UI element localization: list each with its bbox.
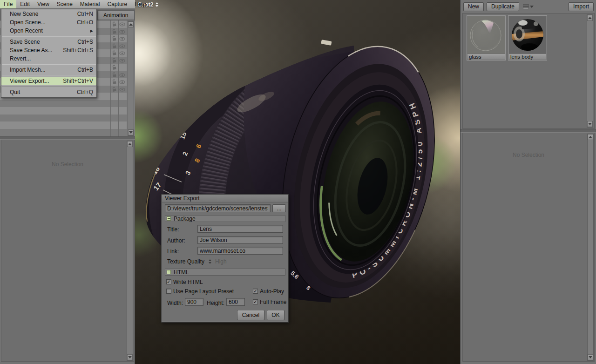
outliner-column-divider xyxy=(118,20,119,136)
eye-visibility-icon[interactable] xyxy=(119,58,125,64)
package-section-header[interactable]: − Package xyxy=(165,215,285,222)
eye-visibility-icon[interactable] xyxy=(119,72,125,79)
panel-splitter[interactable] xyxy=(0,136,135,140)
height-input[interactable] xyxy=(226,298,245,306)
menu-view[interactable]: View xyxy=(34,0,53,8)
menu-edit[interactable]: Edit xyxy=(16,0,34,8)
use-page-layout-label: Use Page Layout Preset xyxy=(173,288,234,295)
outliner-scrollbar[interactable] xyxy=(128,21,134,136)
eye-visibility-icon[interactable] xyxy=(119,87,125,93)
material-scrollbar[interactable] xyxy=(587,14,593,128)
collapse-icon[interactable]: − xyxy=(167,270,171,274)
eye-visibility-icon[interactable] xyxy=(119,79,125,86)
title-input[interactable] xyxy=(197,225,283,233)
eye-visibility-icon[interactable] xyxy=(119,21,125,28)
viewer-export-dialog: Viewer Export ... − Package Title: Autho… xyxy=(161,194,289,323)
scroll-down-button[interactable] xyxy=(128,129,134,135)
author-label: Author: xyxy=(167,237,185,244)
scrollbar-track[interactable] xyxy=(588,140,593,354)
tab-animation-label: Animation xyxy=(103,12,128,19)
texture-quality-value[interactable]: High xyxy=(215,258,227,265)
left-properties-scrollbar[interactable] xyxy=(127,141,133,361)
package-section-label: Package xyxy=(174,216,196,222)
arrow-up-icon xyxy=(588,17,592,19)
texture-quality-spinner[interactable] xyxy=(209,259,211,264)
menu-item-save-scene-as[interactable]: Save Scene As... Shift+Ctrl+S xyxy=(1,46,96,54)
title-label: Title: xyxy=(167,226,179,233)
outliner-empty-row xyxy=(0,100,127,108)
scrollbar-track[interactable] xyxy=(128,27,134,129)
menu-separator xyxy=(2,36,96,37)
write-html-checkbox[interactable]: ✓ xyxy=(166,279,171,284)
browse-button[interactable]: ... xyxy=(272,204,286,212)
html-section-header[interactable]: − HTML xyxy=(165,269,285,276)
scroll-down-button[interactable] xyxy=(588,354,593,360)
no-selection-text: No Selection xyxy=(1,161,134,168)
export-path-input[interactable] xyxy=(165,204,271,212)
autoplay-label: Auto-Play xyxy=(260,288,284,295)
material-card-lens-body[interactable]: lens body xyxy=(508,15,547,61)
menu-help[interactable]: Help xyxy=(131,0,150,8)
right-properties-scrollbar[interactable] xyxy=(587,134,594,361)
menu-item-import-mesh[interactable]: Import Mesh... Ctrl+B xyxy=(1,66,96,74)
menu-item-viewer-export[interactable]: Viewer Export... Shift+Ctrl+V xyxy=(1,77,96,85)
autoplay-checkbox[interactable]: ✓ xyxy=(253,289,258,294)
menu-item-revert[interactable]: Revert... xyxy=(1,54,96,63)
html-section-label: HTML xyxy=(174,269,189,276)
menu-capture[interactable]: Capture xyxy=(104,0,131,8)
eye-visibility-icon[interactable] xyxy=(119,29,125,35)
link-input[interactable] xyxy=(197,247,283,255)
menu-item-open-scene[interactable]: Open Scene... Ctrl+O xyxy=(1,18,96,27)
menu-item-new-scene[interactable]: New Scene Ctrl+N xyxy=(1,10,96,18)
menu-file[interactable]: File xyxy=(0,0,16,8)
import-material-button[interactable]: Import xyxy=(569,2,594,11)
panel-splitter[interactable] xyxy=(461,129,596,133)
ok-button[interactable]: OK xyxy=(267,310,284,320)
menu-item-open-recent[interactable]: Open Recent ▶ xyxy=(1,27,96,35)
arrow-up-icon xyxy=(129,23,133,26)
width-input[interactable] xyxy=(185,298,203,306)
link-label: Link: xyxy=(167,248,179,255)
material-list-options-button[interactable] xyxy=(523,4,534,9)
scroll-up-button[interactable] xyxy=(587,15,593,21)
scroll-down-button[interactable] xyxy=(587,121,593,127)
menu-separator xyxy=(2,86,96,87)
outliner-column-divider xyxy=(110,20,111,136)
scroll-down-button[interactable] xyxy=(127,354,133,360)
texture-quality-label: Texture Quality xyxy=(167,258,204,265)
new-material-button[interactable]: New xyxy=(463,2,484,11)
scroll-up-button[interactable] xyxy=(127,141,133,147)
duplicate-material-button[interactable]: Duplicate xyxy=(487,2,519,11)
menu-material[interactable]: Material xyxy=(76,0,104,8)
material-toolbar: New Duplicate Import xyxy=(461,0,596,13)
left-properties-panel: No Selection xyxy=(1,140,134,362)
right-panel: New Duplicate Import xyxy=(460,0,596,364)
right-properties-panel: No Selection xyxy=(462,133,595,362)
menu-bar: File Edit View Scene Material Capture He… xyxy=(0,0,135,9)
author-input[interactable] xyxy=(197,236,283,244)
scroll-up-button[interactable] xyxy=(588,134,593,140)
menu-scene[interactable]: Scene xyxy=(53,0,76,8)
collapse-icon[interactable]: − xyxy=(167,216,171,221)
height-label: Height: xyxy=(207,300,224,306)
no-selection-text: No Selection xyxy=(463,152,594,158)
scrollbar-track[interactable] xyxy=(127,147,133,354)
dialog-title[interactable]: Viewer Export xyxy=(162,195,288,202)
outliner-empty-row xyxy=(0,121,127,129)
material-browser[interactable]: glass xyxy=(462,13,595,129)
cancel-button[interactable]: Cancel xyxy=(237,310,264,320)
file-menu: New Scene Ctrl+N Open Scene... Ctrl+O Op… xyxy=(1,9,97,98)
scrollbar-track[interactable] xyxy=(587,21,593,121)
eye-visibility-icon[interactable] xyxy=(119,43,125,50)
shot-spinner-icon[interactable] xyxy=(156,2,158,7)
tab-animation[interactable]: Animation xyxy=(97,10,135,20)
full-frame-checkbox[interactable]: ✓ xyxy=(253,299,258,304)
material-label: glass xyxy=(467,54,505,60)
eye-visibility-icon[interactable] xyxy=(119,50,125,57)
scroll-up-button[interactable] xyxy=(128,21,134,27)
material-card-glass[interactable]: glass xyxy=(467,15,506,61)
menu-item-quit[interactable]: Quit Ctrl+Q xyxy=(1,88,96,96)
use-page-layout-checkbox[interactable] xyxy=(166,289,171,294)
eye-visibility-icon[interactable] xyxy=(119,36,125,42)
menu-item-save-scene[interactable]: Save Scene Ctrl+S xyxy=(1,38,96,46)
